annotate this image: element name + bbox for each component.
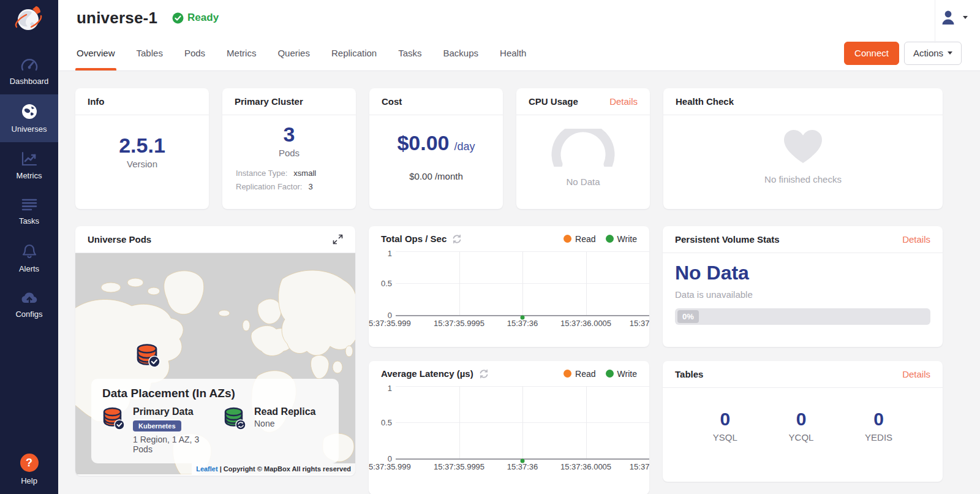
gauge-arc-icon (549, 129, 617, 169)
ytick-05: 0.5 (381, 279, 396, 288)
primary-data-detail: 1 Region, 1 AZ, 3 Pods (133, 435, 206, 454)
header-divider (935, 0, 935, 43)
cpu-details-link[interactable]: Details (609, 96, 638, 107)
ytick-1: 1 (388, 384, 396, 393)
heart-icon (783, 129, 823, 167)
globe-icon (21, 104, 37, 120)
replica-database-icon (224, 406, 247, 454)
legend-write-label: Write (617, 369, 637, 379)
cpu-usage-title: CPU Usage (529, 96, 578, 107)
legend-write[interactable]: Write (606, 234, 637, 244)
refresh-icon[interactable] (479, 369, 489, 379)
app-logo[interactable] (0, 0, 58, 40)
primary-data-label: Primary Data (133, 406, 206, 417)
line-chart-icon (21, 151, 37, 166)
tab-queries[interactable]: Queries (277, 36, 310, 70)
tab-metrics[interactable]: Metrics (227, 36, 256, 70)
tab-tasks[interactable]: Tasks (398, 36, 421, 70)
pvs-details-link[interactable]: Details (902, 234, 930, 245)
read-dot-icon (564, 235, 571, 243)
avg-latency-xaxis: 5:37:35.999 15:37:35.9995 15:37:36 15:37… (396, 460, 649, 473)
help-icon: ? (20, 454, 39, 472)
tab-overview[interactable]: Overview (77, 36, 115, 70)
pvs-no-data: No Data (675, 262, 930, 284)
universe-pods-card: Universe Pods (75, 226, 355, 476)
ycql-stat: 0 YCQL (789, 409, 814, 443)
sidebar-item-configs[interactable]: Configs (0, 282, 58, 327)
yedis-stat: 0 YEDIS (865, 409, 892, 443)
user-menu-caret-icon[interactable] (963, 16, 968, 19)
chart-legend: Read Write (564, 369, 637, 379)
map-attribution: Leaflet | Copyright © MapBox All rights … (192, 463, 355, 474)
sidebar-item-help[interactable]: ? Help (0, 454, 58, 485)
primary-cluster-title: Primary Cluster (235, 96, 303, 107)
replication-factor-value: 3 (308, 182, 312, 191)
sidebar-item-label: Alerts (19, 264, 39, 273)
primary-database-icon (102, 406, 126, 454)
cost-card-title: Cost (382, 96, 402, 107)
xtick: 15:37: (630, 319, 649, 328)
legend-read[interactable]: Read (564, 234, 595, 244)
instance-type-value: xsmall (293, 169, 316, 178)
ysql-count: 0 (720, 409, 731, 430)
user-avatar[interactable] (940, 9, 957, 26)
leaflet-link[interactable]: Leaflet (196, 465, 217, 473)
chart-legend: Read Write (564, 234, 637, 244)
connect-button[interactable]: Connect (844, 42, 899, 65)
avg-latency-title: Average Latency (µs) (381, 368, 473, 379)
tab-pods[interactable]: Pods (184, 36, 205, 70)
sidebar-item-dashboard[interactable]: Dashboard (0, 49, 58, 94)
total-ops-plot: 1 0.5 0 (396, 251, 649, 316)
planet-rocket-logo-icon (13, 4, 46, 37)
gauge-icon (21, 58, 38, 72)
tab-tables[interactable]: Tables (137, 36, 163, 70)
persistent-volume-card: Persistent Volume Stats Details No Data … (663, 226, 943, 347)
version-label: Version (127, 159, 157, 169)
sidebar-item-universes[interactable]: Universes (0, 94, 58, 142)
xtick: 5:37:35.999 (369, 462, 411, 471)
read-dot-icon (564, 370, 571, 378)
tables-details-link[interactable]: Details (902, 369, 930, 379)
ytick-1: 1 (388, 249, 396, 258)
write-dot-icon (606, 370, 614, 378)
xtick: 15:37:36 (507, 462, 538, 471)
ycql-label: YCQL (789, 432, 814, 443)
ysql-label: YSQL (713, 432, 737, 443)
xtick: 15:37: (630, 462, 649, 471)
legend-write[interactable]: Write (606, 369, 637, 379)
refresh-icon[interactable] (452, 234, 462, 244)
legend-read-label: Read (575, 369, 595, 379)
universe-pods-map[interactable]: Data Placement (In AZs) (75, 253, 355, 474)
page-title: universe-1 (77, 9, 157, 28)
sidebar-item-tasks[interactable]: Tasks (0, 189, 58, 234)
sidebar-item-label: Metrics (17, 171, 42, 180)
sidebar-nav: Dashboard Universes Metrics (0, 49, 58, 327)
sidebar-item-label: Dashboard (10, 77, 49, 86)
cost-card: Cost $0.00 /day $0.00 /month (369, 88, 503, 209)
actions-button[interactable]: Actions (904, 42, 962, 65)
pvs-progress-bar: 0% (675, 308, 930, 325)
tab-health[interactable]: Health (500, 36, 526, 70)
read-replica-item: Read Replica None (224, 406, 328, 454)
tab-bar: Overview Tables Pods Metrics Queries Rep… (77, 36, 844, 70)
ysql-stat: 0 YSQL (713, 409, 737, 443)
primary-cluster-card: Primary Cluster 3 Pods Instance Type: xs… (222, 88, 356, 209)
sidebar-item-label: Tasks (19, 216, 39, 226)
tab-backups[interactable]: Backups (443, 36, 479, 70)
help-label: Help (21, 476, 37, 485)
write-dot-icon (606, 235, 614, 243)
cost-per-month: $0.00 /month (409, 171, 463, 181)
sidebar-item-metrics[interactable]: Metrics (0, 142, 58, 189)
data-placement-panel: Data Placement (In AZs) (91, 379, 339, 463)
replication-factor-key: Replication Factor: (236, 182, 302, 191)
expand-icon[interactable] (333, 234, 343, 245)
tab-replication[interactable]: Replication (331, 36, 377, 70)
avg-latency-plot: 1 0.5 0 (396, 386, 649, 460)
pod-marker-icon (138, 345, 160, 368)
sidebar-item-alerts[interactable]: Alerts (0, 234, 58, 282)
health-check-title: Health Check (676, 96, 734, 107)
legend-read[interactable]: Read (564, 369, 595, 379)
universe-pods-title: Universe Pods (88, 234, 151, 245)
yedis-label: YEDIS (865, 432, 892, 443)
legend-read-label: Read (575, 234, 595, 244)
